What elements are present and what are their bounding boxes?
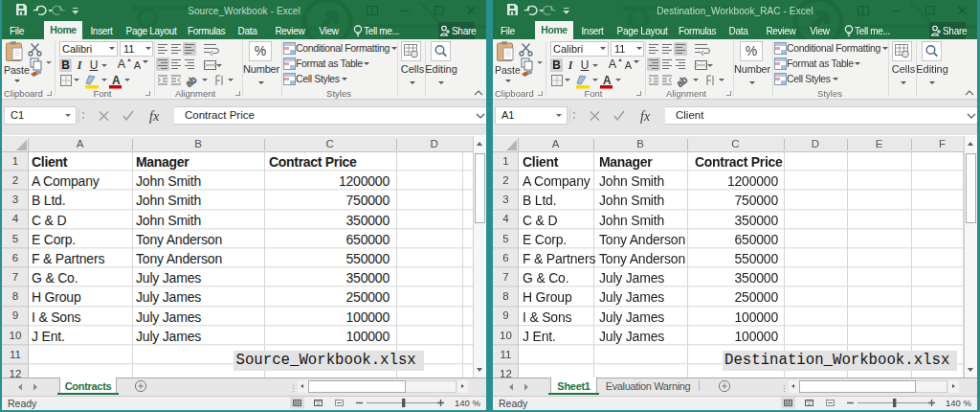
svg-text:140 %: 140 %	[455, 398, 480, 408]
svg-text:fx: fx	[640, 109, 651, 124]
svg-text:A: A	[603, 74, 612, 87]
svg-text:A: A	[112, 74, 121, 87]
svg-text:140 %: 140 %	[946, 398, 971, 408]
svg-text:ab: ab	[675, 74, 690, 89]
svg-text:ab: ab	[184, 74, 199, 89]
svg-text:fx: fx	[149, 109, 160, 124]
